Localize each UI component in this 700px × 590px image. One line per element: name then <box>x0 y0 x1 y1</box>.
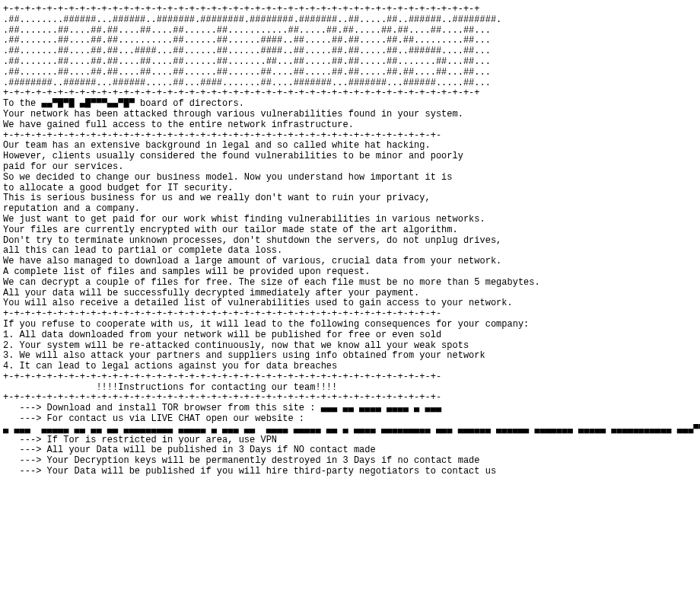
to-suffix: board of directors. <box>135 98 244 109</box>
banner-line: .##.......##....##.##...####...##......#… <box>3 46 697 57</box>
body-line: 2. Your system will be re-attacked conti… <box>3 341 697 352</box>
body-line: Your files are currently encrypted with … <box>3 225 697 236</box>
body-line: All your data will be successfully decry… <box>3 289 697 299</box>
banner-line: .##.......##....##.##....##....##......#… <box>3 68 697 78</box>
banner-line: .##.......##....##.##....##....##......#… <box>3 57 697 68</box>
body-line: However, clients usually considered the … <box>3 151 697 162</box>
body-line: to allocate a good budget for IT securit… <box>3 183 697 194</box>
body-line: If you refuse to cooperate with us, it w… <box>3 320 697 330</box>
body-line: This is serious business for us and we r… <box>3 193 697 204</box>
tor-instruction-line: ---> Download and install TOR browser fr… <box>3 403 697 414</box>
banner-line: .########..######...######.....##...####… <box>3 78 697 89</box>
tor-prefix: ---> Download and install TOR browser fr… <box>3 403 321 413</box>
body-line: Don't try to terminate unknown processes… <box>3 236 697 247</box>
body-line: We just want to get paid for our work wh… <box>3 215 697 225</box>
body-line: We have gained full access to the entire… <box>3 120 697 131</box>
body-line: So we decided to change our business mod… <box>3 173 697 183</box>
body-line: reputation and a company. <box>3 204 697 215</box>
instruction-line: ---> Your Data will be published if you … <box>3 467 697 477</box>
redacted-onion-url: ▀▀ ▀▀▀▀▀▀ ▀▀ ▀▀▀▀▀▀ ▀ ▀▀ ▀▀▀▀▀▀ ▀▀▀ ▀▀▀▀… <box>693 425 700 435</box>
body-line: !!!!Instructions for contacting our team… <box>3 383 697 394</box>
redacted-onion-url: ▄ ▄▄▄ ▄▄▄▄▄ ▄▄ ▄▄ ▄▄ ▄▄▄▄▄▄▄▄▄ ▄▄▄▄▄ ▄ ▄… <box>3 425 693 435</box>
contact-line: ---> For contact us via LIVE CHAT open o… <box>3 414 697 425</box>
body-line: 3. We will also attack your partners and… <box>3 351 697 362</box>
body-line: paid for our services. <box>3 162 697 173</box>
redacted-tor-url: ▄▄▄ ▄▄ ▄▄▄▄ ▄▄▄▄ ▄ ▄▄▄ <box>321 403 441 414</box>
body-line: all this can lead to partial or complete… <box>3 246 697 257</box>
redacted-company: ▄▄▀█▀█ ▄█▀▀▀▄▄▀█▀ <box>41 99 134 110</box>
banner-line: +-+-+-+-+-+-+-+-+-+-+-+-+-+-+-+-+-+-+-+-… <box>3 5 697 15</box>
body-line: Our team has an extensive background in … <box>3 141 697 151</box>
ransom-note: +-+-+-+-+-+-+-+-+-+-+-+-+-+-+-+-+-+-+-+-… <box>0 0 700 482</box>
body-line: +-+-+-+-+-+-+-+-+-+-+-+-+-+-+-+-+-+-+-+-… <box>3 309 697 320</box>
banner-line: .##........######...######..#######.####… <box>3 15 697 26</box>
instruction-line: ---> Your Decryption keys will be perman… <box>3 456 697 467</box>
body-line: Your network has been attacked through v… <box>3 110 697 120</box>
banner-line: +-+-+-+-+-+-+-+-+-+-+-+-+-+-+-+-+-+-+-+-… <box>3 88 697 99</box>
instruction-line: ---> All your Data will be published in … <box>3 445 697 456</box>
instruction-line: ---> If Tor is restricted in your area, … <box>3 435 697 446</box>
body-line: +-+-+-+-+-+-+-+-+-+-+-+-+-+-+-+-+-+-+-+-… <box>3 393 697 403</box>
to-prefix: To the <box>3 98 41 109</box>
banner-line: .##.......##....##.##..........##......#… <box>3 36 697 46</box>
body-line: +-+-+-+-+-+-+-+-+-+-+-+-+-+-+-+-+-+-+-+-… <box>3 372 697 383</box>
body-line: You will also receive a detailed list of… <box>3 298 697 309</box>
to-line: To the ▄▄▀█▀█ ▄█▀▀▀▄▄▀█▀ board of direct… <box>3 99 697 110</box>
banner-line: .##.......##....##.##....##....##......#… <box>3 26 697 37</box>
body-line: We can decrypt a couple of files for fre… <box>3 278 697 289</box>
body-line: 4. It can lead to legal actions against … <box>3 362 697 372</box>
body-line: 1. All data downloaded from your network… <box>3 330 697 341</box>
body-line: +-+-+-+-+-+-+-+-+-+-+-+-+-+-+-+-+-+-+-+-… <box>3 131 697 142</box>
body-line: A complete list of files and samples wil… <box>3 267 697 278</box>
body-line: We have also managed to download a large… <box>3 257 697 267</box>
